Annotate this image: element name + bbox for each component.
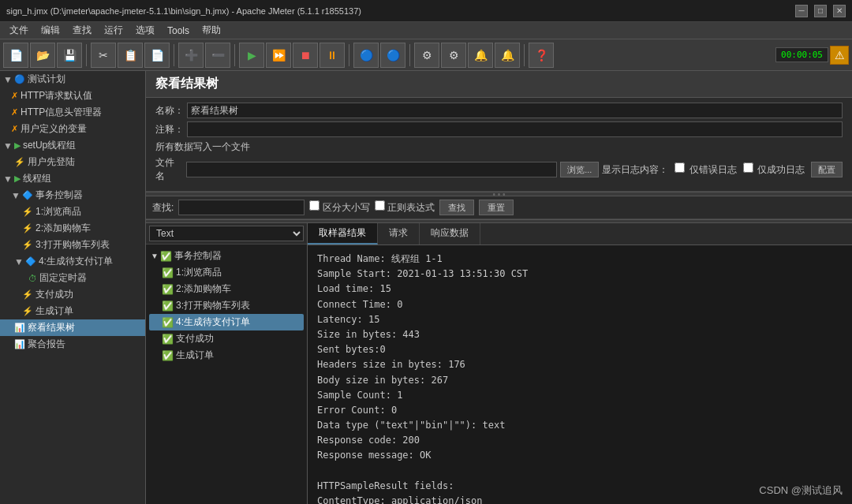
toolbar-add-btn[interactable]: ➕ bbox=[178, 43, 204, 68]
sidebar-item-gen-order[interactable]: ▼ 🔷 4:生成待支付订单 bbox=[0, 253, 145, 270]
success-log-label[interactable]: 仅成功日志 bbox=[743, 162, 805, 177]
browse-button[interactable]: 浏览... bbox=[560, 162, 599, 177]
sidebar-item-http-header[interactable]: ✗ HTTP信息头管理器 bbox=[0, 104, 145, 121]
sidebar-item-cart-add[interactable]: ⚡ 2:添加购物车 bbox=[0, 220, 145, 237]
toolbar-sep3 bbox=[234, 44, 235, 66]
sidebar-item-http-default[interactable]: ✗ HTTP请求默认值 bbox=[0, 88, 145, 104]
case-check-label[interactable]: 区分大小写 bbox=[309, 200, 369, 215]
search-row: 查找: 区分大小写 正则表达式 查找 重置 bbox=[146, 196, 852, 219]
toolbar-stop-btn[interactable]: ⏹ bbox=[293, 43, 318, 68]
toolbar-open-btn[interactable]: 📂 bbox=[30, 43, 55, 68]
sidebar-item-thread-group[interactable]: ▼ ▶ 线程组 bbox=[0, 170, 145, 187]
tree-node-pay-success[interactable]: ✅ 支付成功 bbox=[149, 330, 304, 347]
find-button[interactable]: 查找 bbox=[439, 200, 474, 215]
menu-item-编辑[interactable]: 编辑 bbox=[35, 22, 66, 39]
toolbar-bell-btn[interactable]: 🔔 bbox=[468, 43, 493, 68]
sidebar-item-pay-success[interactable]: ⚡ 支付成功 bbox=[0, 286, 145, 303]
tab-response[interactable]: 响应数据 bbox=[420, 223, 480, 245]
reset-button[interactable]: 重置 bbox=[479, 200, 514, 215]
gen-order-arrow-icon: ▼ bbox=[14, 256, 24, 267]
menu-item-帮助[interactable]: 帮助 bbox=[196, 22, 227, 39]
detail-line-2: Sample Start: 2021-01-13 13:51:30 CST bbox=[317, 267, 843, 282]
watermark: CSDN @测试追风 bbox=[759, 483, 843, 498]
cart-list-icon: ⚡ bbox=[22, 240, 33, 250]
menu-item-文件[interactable]: 文件 bbox=[3, 22, 35, 39]
tree-node-gen-order[interactable]: ✅ 4:生成待支付订单 bbox=[149, 314, 304, 330]
file-input[interactable] bbox=[186, 162, 557, 177]
minimize-button[interactable]: ─ bbox=[795, 5, 808, 17]
toolbar-start-btn[interactable]: ▶ bbox=[239, 43, 264, 68]
sidebar-item-setup-group[interactable]: ▼ ▶ setUp线程组 bbox=[0, 137, 145, 154]
regex-check-text: 正则表达式 bbox=[387, 202, 435, 213]
timer-icon: ⏱ bbox=[28, 274, 37, 283]
toolbar-clear-btn[interactable]: 🔵 bbox=[353, 43, 379, 68]
tree-node-browse[interactable]: ✅ 1:浏览商品 bbox=[149, 264, 304, 281]
sidebar-item-transaction[interactable]: ▼ 🔷 事务控制器 bbox=[0, 187, 145, 203]
menu-item-查找[interactable]: 查找 bbox=[66, 22, 98, 39]
sidebar-item-browse[interactable]: ⚡ 1:浏览商品 bbox=[0, 203, 145, 220]
tree-node-cart-list[interactable]: ✅ 3:打开购物车列表 bbox=[149, 297, 304, 314]
toolbar-cut-btn[interactable]: ✂ bbox=[91, 43, 116, 68]
err-log-label[interactable]: 仅错误日志 bbox=[674, 162, 736, 177]
toolbar: 📄 📂 💾 ✂ 📋 📄 ➕ ➖ ▶ ⏩ ⏹ ⏸ 🔵 🔵 ⚙ ⚙ 🔔 🔔 ❓ 00… bbox=[0, 39, 852, 71]
results-area: Text XML HTML JSON ▼ ✅ 事务控制器 ✅ 1:浏览商品 bbox=[146, 223, 852, 504]
tree-node-transaction[interactable]: ▼ ✅ 事务控制器 bbox=[149, 248, 304, 264]
sidebar-item-testplan[interactable]: ▼ 🔵 测试计划 bbox=[0, 71, 145, 88]
sidebar-item-user-login[interactable]: ⚡ 用户先登陆 bbox=[0, 154, 145, 170]
toolbar-new-btn[interactable]: 📄 bbox=[3, 43, 28, 68]
search-input[interactable] bbox=[178, 200, 305, 215]
tree-arrow-transaction: ▼ bbox=[151, 252, 159, 260]
name-input[interactable] bbox=[187, 103, 843, 118]
menu-item-选项[interactable]: 选项 bbox=[129, 22, 161, 39]
toolbar-remove-btn[interactable]: ➖ bbox=[205, 43, 230, 68]
sidebar-item-user-var[interactable]: ✗ 用户定义的变量 bbox=[0, 121, 145, 137]
toolbar-clear-all-btn[interactable]: 🔵 bbox=[380, 43, 405, 68]
search-checks: 区分大小写 正则表达式 bbox=[309, 200, 435, 215]
tree-node-gen-order2[interactable]: ✅ 生成订单 bbox=[149, 347, 304, 364]
tab-request[interactable]: 请求 bbox=[378, 223, 420, 245]
tree-check-pay-success: ✅ bbox=[162, 334, 174, 345]
regex-checkbox[interactable] bbox=[375, 200, 385, 211]
menu-item-Tools[interactable]: Tools bbox=[161, 24, 196, 38]
close-button[interactable]: ✕ bbox=[833, 5, 846, 17]
case-check-text: 区分大小写 bbox=[323, 202, 370, 213]
toolbar-warn-icon[interactable]: ⚠ bbox=[830, 46, 849, 65]
toolbar-help-btn[interactable]: ❓ bbox=[529, 43, 554, 68]
err-log-checkbox[interactable] bbox=[674, 162, 685, 173]
tree-panel: Text XML HTML JSON ▼ ✅ 事务控制器 ✅ 1:浏览商品 bbox=[146, 223, 308, 504]
toolbar-paste-btn[interactable]: 📄 bbox=[144, 43, 170, 68]
success-log-checkbox[interactable] bbox=[743, 162, 753, 173]
log-options: 显示日志内容： 仅错误日志 仅成功日志 配置 bbox=[602, 162, 843, 177]
detail-line-5: Latency: 15 bbox=[317, 312, 843, 327]
format-dropdown[interactable]: Text XML HTML JSON bbox=[149, 226, 304, 241]
create-order-icon: ⚡ bbox=[22, 306, 33, 316]
maximize-button[interactable]: □ bbox=[814, 5, 827, 17]
regex-check-label[interactable]: 正则表达式 bbox=[375, 200, 435, 215]
toolbar-remote-btn[interactable]: 🔔 bbox=[495, 43, 520, 68]
toolbar-start-no-pause-btn[interactable]: ⏩ bbox=[266, 43, 291, 68]
toolbar-copy-btn[interactable]: 📋 bbox=[118, 43, 143, 68]
comment-input[interactable] bbox=[187, 121, 843, 137]
tree-node-cart-add[interactable]: ✅ 2:添加购物车 bbox=[149, 281, 304, 297]
toolbar-shutdown-btn[interactable]: ⏸ bbox=[320, 43, 345, 68]
title-controls[interactable]: ─ □ ✕ bbox=[795, 5, 846, 17]
tree-label-browse: 1:浏览商品 bbox=[176, 266, 222, 279]
sidebar-item-agg-report[interactable]: 📊 聚合报告 bbox=[0, 336, 145, 353]
toolbar-log-btn[interactable]: ⚙ bbox=[441, 43, 466, 68]
file-row: 文件名 浏览... 显示日志内容： 仅错误日志 仅成功日志 配置 bbox=[155, 156, 843, 183]
toolbar-save-btn[interactable]: 💾 bbox=[57, 43, 82, 68]
content-area: 察看结果树 名称： 注释： 所有数据写入一个文件 文件名 浏览... 显示日志内… bbox=[146, 71, 852, 504]
menu-item-运行[interactable]: 运行 bbox=[98, 22, 129, 39]
result-tree-icon: 📊 bbox=[14, 323, 25, 333]
config-button[interactable]: 配置 bbox=[811, 162, 843, 177]
sidebar-item-cart-list[interactable]: ⚡ 3:打开购物车列表 bbox=[0, 237, 145, 253]
case-checkbox[interactable] bbox=[309, 200, 320, 211]
toolbar-settings-btn[interactable]: ⚙ bbox=[414, 43, 439, 68]
user-login-icon: ⚡ bbox=[14, 157, 25, 167]
sidebar-item-timer[interactable]: ⏱ 固定定时器 bbox=[0, 270, 145, 286]
sidebar-item-result-tree[interactable]: 📊 察看结果树 bbox=[0, 319, 145, 336]
tab-sampler-result[interactable]: 取样器结果 bbox=[308, 223, 378, 245]
sidebar-label-pay-success: 支付成功 bbox=[36, 288, 73, 301]
sidebar-item-create-order[interactable]: ⚡ 生成订单 bbox=[0, 303, 145, 319]
http-header-icon: ✗ bbox=[11, 107, 18, 118]
